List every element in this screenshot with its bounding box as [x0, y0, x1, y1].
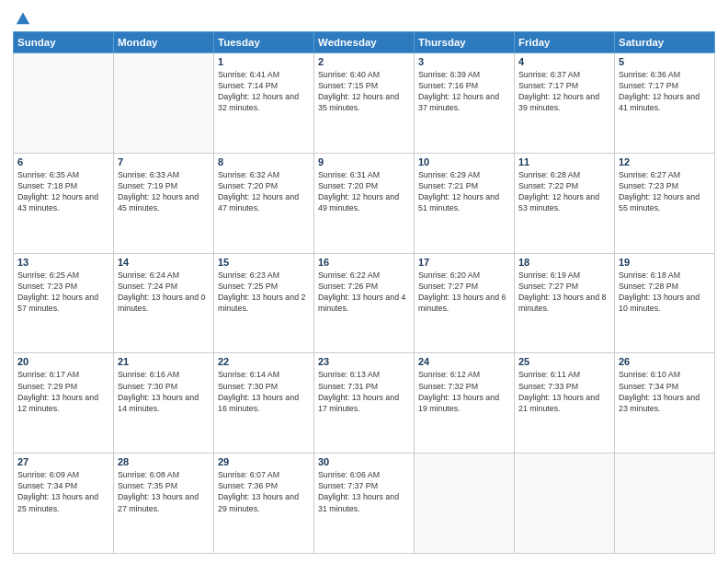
- calendar-cell: 19Sunrise: 6:18 AM Sunset: 7:28 PM Dayli…: [615, 253, 715, 353]
- calendar-cell: 28Sunrise: 6:08 AM Sunset: 7:35 PM Dayli…: [114, 454, 214, 554]
- day-info: Sunrise: 6:37 AM Sunset: 7:17 PM Dayligh…: [518, 69, 610, 114]
- day-number: 12: [619, 156, 711, 167]
- day-number: 22: [218, 356, 310, 367]
- calendar-header: SundayMondayTuesdayWednesdayThursdayFrid…: [14, 32, 715, 53]
- day-number: 23: [318, 356, 410, 367]
- calendar-cell: 5Sunrise: 6:36 AM Sunset: 7:17 PM Daylig…: [615, 53, 715, 154]
- calendar-cell: 4Sunrise: 6:37 AM Sunset: 7:17 PM Daylig…: [515, 53, 615, 154]
- day-info: Sunrise: 6:41 AM Sunset: 7:14 PM Dayligh…: [218, 69, 310, 114]
- day-number: 28: [118, 456, 210, 467]
- day-of-week-saturday: Saturday: [615, 32, 715, 53]
- calendar-cell: 14Sunrise: 6:24 AM Sunset: 7:24 PM Dayli…: [114, 253, 214, 353]
- day-info: Sunrise: 6:32 AM Sunset: 7:20 PM Dayligh…: [218, 169, 310, 214]
- calendar-cell: 2Sunrise: 6:40 AM Sunset: 7:15 PM Daylig…: [314, 53, 415, 154]
- day-number: 15: [218, 257, 310, 268]
- day-info: Sunrise: 6:11 AM Sunset: 7:33 PM Dayligh…: [518, 369, 610, 414]
- calendar-week-1: 6Sunrise: 6:35 AM Sunset: 7:18 PM Daylig…: [14, 153, 715, 253]
- day-info: Sunrise: 6:06 AM Sunset: 7:37 PM Dayligh…: [318, 469, 410, 514]
- calendar-cell: 27Sunrise: 6:09 AM Sunset: 7:34 PM Dayli…: [14, 454, 114, 554]
- calendar-cell: 11Sunrise: 6:28 AM Sunset: 7:22 PM Dayli…: [515, 153, 615, 253]
- calendar-cell: [515, 454, 615, 554]
- calendar-cell: 10Sunrise: 6:29 AM Sunset: 7:21 PM Dayli…: [415, 153, 515, 253]
- calendar-cell: 26Sunrise: 6:10 AM Sunset: 7:34 PM Dayli…: [615, 353, 715, 454]
- day-info: Sunrise: 6:09 AM Sunset: 7:34 PM Dayligh…: [17, 469, 109, 514]
- day-number: 16: [318, 257, 410, 268]
- calendar-cell: 3Sunrise: 6:39 AM Sunset: 7:16 PM Daylig…: [415, 53, 515, 154]
- day-of-week-tuesday: Tuesday: [214, 32, 314, 53]
- day-number: 24: [418, 356, 510, 367]
- day-number: 27: [17, 456, 109, 467]
- day-info: Sunrise: 6:23 AM Sunset: 7:25 PM Dayligh…: [218, 270, 310, 315]
- day-number: 18: [518, 257, 610, 268]
- calendar-cell: [415, 454, 515, 554]
- day-number: 14: [118, 257, 210, 268]
- day-of-week-thursday: Thursday: [415, 32, 515, 53]
- calendar-cell: 20Sunrise: 6:17 AM Sunset: 7:29 PM Dayli…: [14, 353, 114, 454]
- day-info: Sunrise: 6:40 AM Sunset: 7:15 PM Dayligh…: [318, 69, 410, 114]
- calendar-cell: [615, 454, 715, 554]
- day-info: Sunrise: 6:07 AM Sunset: 7:36 PM Dayligh…: [218, 469, 310, 514]
- day-info: Sunrise: 6:08 AM Sunset: 7:35 PM Dayligh…: [118, 469, 210, 514]
- calendar-cell: 15Sunrise: 6:23 AM Sunset: 7:25 PM Dayli…: [214, 253, 314, 353]
- day-number: 8: [218, 156, 310, 167]
- day-number: 7: [118, 156, 210, 167]
- day-number: 3: [418, 56, 510, 67]
- calendar-cell: 24Sunrise: 6:12 AM Sunset: 7:32 PM Dayli…: [415, 353, 515, 454]
- header-row: SundayMondayTuesdayWednesdayThursdayFrid…: [14, 32, 715, 53]
- day-number: 9: [318, 156, 410, 167]
- day-number: 25: [518, 356, 610, 367]
- day-info: Sunrise: 6:27 AM Sunset: 7:23 PM Dayligh…: [619, 169, 711, 214]
- day-info: Sunrise: 6:31 AM Sunset: 7:20 PM Dayligh…: [318, 169, 410, 214]
- day-info: Sunrise: 6:33 AM Sunset: 7:19 PM Dayligh…: [118, 169, 210, 214]
- day-number: 5: [619, 56, 711, 67]
- calendar-cell: 1Sunrise: 6:41 AM Sunset: 7:14 PM Daylig…: [214, 53, 314, 154]
- day-number: 6: [17, 156, 109, 167]
- svg-marker-0: [17, 13, 29, 25]
- calendar-cell: 29Sunrise: 6:07 AM Sunset: 7:36 PM Dayli…: [214, 454, 314, 554]
- day-info: Sunrise: 6:36 AM Sunset: 7:17 PM Dayligh…: [619, 69, 711, 114]
- calendar-cell: 23Sunrise: 6:13 AM Sunset: 7:31 PM Dayli…: [314, 353, 415, 454]
- day-info: Sunrise: 6:28 AM Sunset: 7:22 PM Dayligh…: [518, 169, 610, 214]
- calendar-week-2: 13Sunrise: 6:25 AM Sunset: 7:23 PM Dayli…: [14, 253, 715, 353]
- day-number: 19: [619, 257, 711, 268]
- calendar-cell: [14, 53, 114, 154]
- calendar-table: SundayMondayTuesdayWednesdayThursdayFrid…: [13, 31, 715, 554]
- day-number: 13: [17, 257, 109, 268]
- day-info: Sunrise: 6:12 AM Sunset: 7:32 PM Dayligh…: [418, 369, 510, 414]
- calendar-week-3: 20Sunrise: 6:17 AM Sunset: 7:29 PM Dayli…: [14, 353, 715, 454]
- day-number: 30: [318, 456, 410, 467]
- day-of-week-sunday: Sunday: [14, 32, 114, 53]
- calendar-cell: 21Sunrise: 6:16 AM Sunset: 7:30 PM Dayli…: [114, 353, 214, 454]
- header: [13, 9, 715, 26]
- day-number: 20: [17, 356, 109, 367]
- day-info: Sunrise: 6:22 AM Sunset: 7:26 PM Dayligh…: [318, 270, 410, 315]
- day-number: 1: [218, 56, 310, 67]
- calendar-cell: 16Sunrise: 6:22 AM Sunset: 7:26 PM Dayli…: [314, 253, 415, 353]
- day-info: Sunrise: 6:35 AM Sunset: 7:18 PM Dayligh…: [17, 169, 109, 214]
- day-number: 10: [418, 156, 510, 167]
- day-info: Sunrise: 6:25 AM Sunset: 7:23 PM Dayligh…: [17, 270, 109, 315]
- calendar-cell: 12Sunrise: 6:27 AM Sunset: 7:23 PM Dayli…: [615, 153, 715, 253]
- day-number: 11: [518, 156, 610, 167]
- day-number: 21: [118, 356, 210, 367]
- day-number: 29: [218, 456, 310, 467]
- calendar-cell: 25Sunrise: 6:11 AM Sunset: 7:33 PM Dayli…: [515, 353, 615, 454]
- calendar-cell: [114, 53, 214, 154]
- calendar-cell: 30Sunrise: 6:06 AM Sunset: 7:37 PM Dayli…: [314, 454, 415, 554]
- calendar-cell: 18Sunrise: 6:19 AM Sunset: 7:27 PM Dayli…: [515, 253, 615, 353]
- day-info: Sunrise: 6:13 AM Sunset: 7:31 PM Dayligh…: [318, 369, 410, 414]
- day-number: 26: [619, 356, 711, 367]
- calendar-cell: 13Sunrise: 6:25 AM Sunset: 7:23 PM Dayli…: [14, 253, 114, 353]
- day-info: Sunrise: 6:14 AM Sunset: 7:30 PM Dayligh…: [218, 369, 310, 414]
- calendar-cell: 8Sunrise: 6:32 AM Sunset: 7:20 PM Daylig…: [214, 153, 314, 253]
- day-info: Sunrise: 6:19 AM Sunset: 7:27 PM Dayligh…: [518, 270, 610, 315]
- calendar-week-4: 27Sunrise: 6:09 AM Sunset: 7:34 PM Dayli…: [14, 454, 715, 554]
- day-info: Sunrise: 6:20 AM Sunset: 7:27 PM Dayligh…: [418, 270, 510, 315]
- day-info: Sunrise: 6:17 AM Sunset: 7:29 PM Dayligh…: [17, 369, 109, 414]
- day-info: Sunrise: 6:16 AM Sunset: 7:30 PM Dayligh…: [118, 369, 210, 414]
- logo: [13, 9, 31, 26]
- calendar-cell: 17Sunrise: 6:20 AM Sunset: 7:27 PM Dayli…: [415, 253, 515, 353]
- calendar-week-0: 1Sunrise: 6:41 AM Sunset: 7:14 PM Daylig…: [14, 53, 715, 154]
- day-info: Sunrise: 6:29 AM Sunset: 7:21 PM Dayligh…: [418, 169, 510, 214]
- calendar-cell: 22Sunrise: 6:14 AM Sunset: 7:30 PM Dayli…: [214, 353, 314, 454]
